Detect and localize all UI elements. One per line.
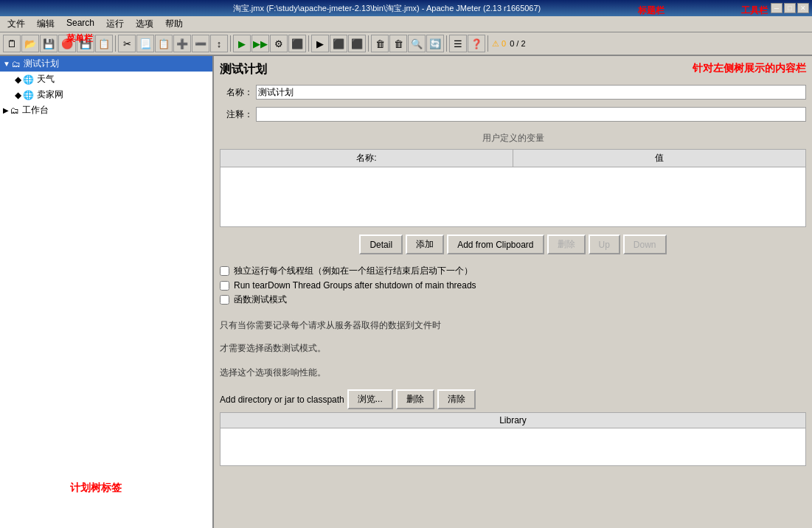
title-bar-controls: ─ □ ✕ [771,3,809,13]
library-table: Library [220,412,806,466]
left-panel: ▼🗂测试计划◆🌐天气◆🌐卖家网▶🗂工作台 计划树标签 [0,56,214,528]
func-desc-1: 只有当你需要记录每个请求从服务器取得的数据到文件时 [220,319,806,332]
run-each-label: 独立运行每个线程组（例如在一个组运行结束后启动下一个） [234,265,473,277]
tree-label-weather: 天气 [37,73,55,86]
tree-icon-weather: 🌐 [23,74,34,85]
menu-item-选项[interactable]: 选项 [130,16,159,32]
new-button[interactable]: 🗒 [3,35,21,52]
remote-stop-button[interactable]: ⬛ [330,35,347,52]
tree-item-test-plan[interactable]: ▼🗂测试计划 [0,56,212,72]
classpath-row: Add directory or jar to classpath 浏览... … [220,389,806,409]
search-button[interactable]: 🔍 [408,35,426,52]
warning-badge: ⚠ 0 [492,39,506,49]
name-input[interactable] [256,85,806,100]
add-button[interactable]: 添加 [406,235,444,254]
panel-header-area: 测试计划 针对左侧树展示的内容栏 [220,62,806,80]
separator-5 [446,35,447,52]
tree-item-workbench[interactable]: ▶🗂工作台 [0,103,212,118]
variable-buttons: Detail 添加 Add from Clipboard 删除 Up Down [220,235,806,254]
save-button[interactable]: 💾 [77,35,94,52]
clear-all-button[interactable]: 🗑 [389,35,407,52]
menu-item-帮助[interactable]: 帮助 [159,16,189,32]
classpath-section: Add directory or jar to classpath 浏览... … [220,389,806,466]
func-desc-3: 选择这个选项很影响性能。 [220,367,806,379]
comment-input[interactable] [256,107,806,122]
separator-2 [230,35,231,52]
title-bar: 淘宝.jmx (F:\study\apache-jmeter-2.13\bin\… [0,0,812,16]
minimize-btn[interactable]: ─ [771,3,782,13]
toggle-button[interactable]: ↕ [210,35,228,52]
teardown-row: Run tearDown Thread Groups after shutdow… [220,280,806,291]
counter-display: 0 / 2 [510,39,525,48]
clear-classpath-button[interactable]: 清除 [437,389,476,409]
tree-label-seller-net: 卖家网 [37,88,63,101]
expand-button[interactable]: ➕ [173,35,191,52]
menu-items: 文件编辑Search运行选项帮助 [1,16,189,32]
save-config-button[interactable]: 📋 [95,35,113,52]
title-bar-text: 淘宝.jmx (F:\study\apache-jmeter-2.13\bin\… [3,3,771,14]
collapse-button[interactable]: ➖ [192,35,209,52]
remote-exit-button[interactable]: ⬛ [348,35,366,52]
down-button[interactable]: Down [623,235,667,254]
list-button[interactable]: ☰ [449,35,467,52]
open-button[interactable]: 📂 [21,35,39,52]
classpath-label: Add directory or jar to classpath [220,395,344,405]
clear-button[interactable]: 🗑 [371,35,389,52]
library-header: Library [221,413,805,428]
comment-row: 注释： [220,107,806,122]
add-clipboard-button[interactable]: Add from Clipboard [447,235,544,254]
revert-button[interactable]: 🔴 [58,35,76,52]
run-nopause-button[interactable]: ▶▶ [251,35,269,52]
tree-item-seller-net[interactable]: ◆🌐卖家网 [0,87,212,103]
library-body[interactable] [221,428,805,465]
remote-start-button[interactable]: ▶ [311,35,329,52]
checkbox-section: 独立运行每个线程组（例如在一个组运行结束后启动下一个） Run tearDown… [220,265,806,309]
name-row: 名称： [220,85,806,100]
comment-label: 注释： [220,108,253,121]
separator-6 [487,35,488,52]
menu-item-编辑[interactable]: 编辑 [31,16,60,32]
toolbar: 🗒 📂 💾 🔴 💾 📋 ✂ 📃 📋 ➕ ➖ ↕ ▶ ▶▶ ⚙ ⬛ ▶ ⬛ ⬛ 🗑… [0,32,812,56]
separator-3 [308,35,309,52]
menu-item-文件[interactable]: 文件 [1,16,31,32]
maximize-btn[interactable]: □ [784,3,796,13]
detail-button[interactable]: Detail [359,235,403,254]
delete-var-button[interactable]: 删除 [547,235,586,254]
expand-icon-workbench: ▶ [3,106,9,114]
delete-classpath-button[interactable]: 删除 [396,389,434,409]
close-btn[interactable]: ✕ [797,3,809,13]
run-button[interactable]: ▶ [233,35,251,52]
tree-icon-workbench: 🗂 [10,105,19,116]
right-panel: 测试计划 针对左侧树展示的内容栏 名称： 注释： 用户定义的变量 名称: 值 D… [214,56,812,528]
var-table-header: 名称: 值 [221,150,805,167]
teardown-checkbox[interactable] [220,281,229,291]
menu-item-Search[interactable]: Search [60,16,100,32]
func-mode-checkbox[interactable] [220,295,229,305]
tree-icon-test-plan: 🗂 [12,59,21,69]
validate-button[interactable]: ⚙ [270,35,288,52]
stop-button[interactable]: ⬛ [288,35,306,52]
func-mode-label: 函数测试模式 [234,293,287,306]
cut-button[interactable]: ✂ [118,35,136,52]
tree-label-test-plan: 测试计划 [24,58,59,70]
variable-table: 名称: 值 [220,149,806,227]
name-label: 名称： [220,86,253,99]
run-each-checkbox[interactable] [220,266,229,276]
copy-button[interactable]: 📃 [136,35,154,52]
browse-button[interactable]: 浏览... [347,389,393,409]
main-container: ▼🗂测试计划◆🌐天气◆🌐卖家网▶🗂工作台 计划树标签 测试计划 针对左侧树展示的… [0,56,812,528]
expand-icon-test-plan: ▼ [3,60,10,68]
tree-container: ▼🗂测试计划◆🌐天气◆🌐卖家网▶🗂工作台 [0,56,212,118]
menu-item-运行[interactable]: 运行 [100,16,130,32]
col-name-header: 名称: [221,150,513,167]
save-as-button[interactable]: 💾 [40,35,58,52]
run-each-row: 独立运行每个线程组（例如在一个组运行结束后启动下一个） [220,265,806,277]
teardown-label: Run tearDown Thread Groups after shutdow… [234,280,476,291]
reset-button[interactable]: 🔄 [426,35,444,52]
up-button[interactable]: Up [589,235,620,254]
paste-button[interactable]: 📋 [155,35,173,52]
func-desc-2: 才需要选择函数测试模式。 [220,342,806,355]
var-table-body[interactable] [221,167,805,226]
help-button[interactable]: ❓ [468,35,485,52]
tree-item-weather[interactable]: ◆🌐天气 [0,72,212,87]
